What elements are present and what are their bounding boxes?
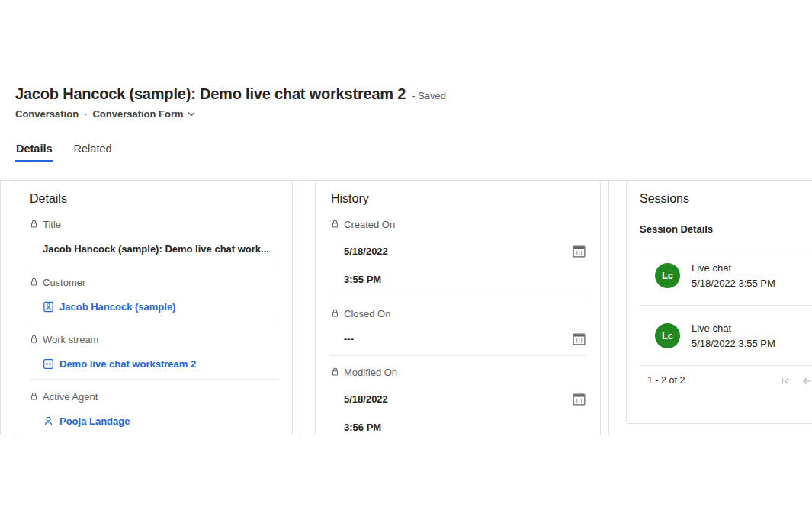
sessions-card-title: Sessions	[640, 191, 812, 207]
agent-field-label: Active Agent	[30, 390, 278, 403]
field-divider	[30, 322, 278, 322]
details-card-title: Details	[30, 191, 278, 207]
title-field-value: Jacob Hancock (sample): Demo live chat w…	[30, 243, 278, 257]
conversation-form-page: { "header": { "title": "Jacob Hancock (s…	[0, 0, 812, 510]
page-title: Jacob Hancock (sample): Demo live chat w…	[15, 85, 406, 103]
lock-icon	[331, 367, 339, 377]
session-name: Live chat	[692, 322, 775, 335]
lock-icon	[30, 220, 38, 229]
modified-on-label: Modified On	[331, 365, 586, 379]
details-card: Details Title Jacob Hancock (sample): De…	[14, 181, 293, 435]
previous-page-icon[interactable]	[801, 375, 812, 387]
form-selector[interactable]: Conversation Form	[92, 108, 194, 120]
first-page-icon[interactable]	[779, 375, 791, 387]
modified-on-time: 3:56 PM	[331, 422, 586, 435]
created-on-label: Created On	[331, 217, 586, 231]
person-icon	[43, 415, 54, 427]
session-avatar: Lc	[655, 263, 680, 288]
calendar-icon[interactable]	[572, 244, 586, 258]
sessions-pagination: 1 - 2 of 2	[627, 366, 812, 396]
workstream-field-value: Demo live chat workstream 2	[30, 356, 278, 371]
session-list-item[interactable]: Lc Live chat 5/18/2022 3:55 PM	[627, 306, 812, 365]
lock-icon	[331, 220, 339, 229]
contact-icon	[43, 301, 54, 313]
tab-related[interactable]: Related	[73, 143, 113, 162]
subheader-separator: ·	[84, 108, 87, 120]
calendar-icon[interactable]	[572, 332, 586, 346]
session-datetime: 5/18/2022 3:55 PM	[692, 337, 775, 350]
field-divider	[331, 355, 586, 356]
title-field-label: Title	[30, 217, 278, 231]
closed-on-date: ---	[331, 333, 354, 345]
sessions-card: Sessions Session Details Lc Live chat 5/…	[626, 181, 812, 424]
session-name: Live chat	[692, 261, 775, 274]
column-divider-1	[300, 181, 300, 435]
agent-field-value: Pooja Landage	[30, 413, 278, 428]
lock-icon	[30, 277, 38, 287]
customer-field-value: Jacob Hancock (sample)	[30, 299, 278, 314]
workstream-field-label: Work stream	[30, 332, 278, 346]
field-divider	[30, 265, 278, 265]
customer-field-label: Customer	[30, 275, 278, 289]
session-datetime: 5/18/2022 3:55 PM	[692, 277, 775, 290]
created-on-date-row: 5/18/2022	[331, 243, 586, 258]
session-list-item[interactable]: Lc Live chat 5/18/2022 3:55 PM	[627, 245, 812, 305]
modified-on-date: 5/18/2022	[331, 393, 388, 405]
form-tabs: Details Related	[15, 143, 113, 162]
modified-on-date-row: 5/18/2022	[331, 391, 586, 406]
customer-link[interactable]: Jacob Hancock (sample)	[59, 301, 175, 313]
tab-details[interactable]: Details	[15, 143, 53, 162]
column-divider-2	[608, 181, 609, 435]
history-card: History Created On 5/18/2022 3:55 PM Clo…	[315, 181, 601, 435]
session-item-text: Live chat 5/18/2022 3:55 PM	[692, 322, 775, 350]
chevron-down-icon	[188, 111, 195, 117]
history-card-title: History	[331, 191, 586, 207]
lock-icon	[331, 309, 339, 318]
closed-on-date-row: ---	[331, 331, 586, 346]
record-subheader: Conversation · Conversation Form	[15, 108, 195, 120]
session-avatar: Lc	[655, 323, 680, 348]
lock-icon	[30, 392, 38, 401]
pagination-range-label: 1 - 2 of 2	[647, 375, 685, 386]
workstream-icon	[43, 358, 54, 370]
session-item-text: Live chat 5/18/2022 3:55 PM	[692, 261, 775, 290]
field-divider	[331, 297, 586, 297]
workstream-link[interactable]: Demo live chat workstream 2	[59, 358, 196, 370]
record-type-label: Conversation	[15, 108, 79, 120]
field-divider	[30, 379, 278, 380]
created-on-time: 3:55 PM	[331, 274, 586, 287]
closed-on-label: Closed On	[331, 306, 586, 320]
lock-icon	[30, 335, 38, 344]
form-selector-label: Conversation Form	[92, 108, 183, 120]
agent-link[interactable]: Pooja Landage	[59, 415, 130, 427]
created-on-date: 5/18/2022	[331, 245, 388, 257]
record-header: Jacob Hancock (sample): Demo live chat w…	[15, 85, 446, 103]
save-status: - Saved	[412, 90, 446, 101]
form-left-edge	[0, 181, 1, 435]
calendar-icon[interactable]	[572, 392, 586, 406]
session-details-heading: Session Details	[640, 223, 812, 237]
